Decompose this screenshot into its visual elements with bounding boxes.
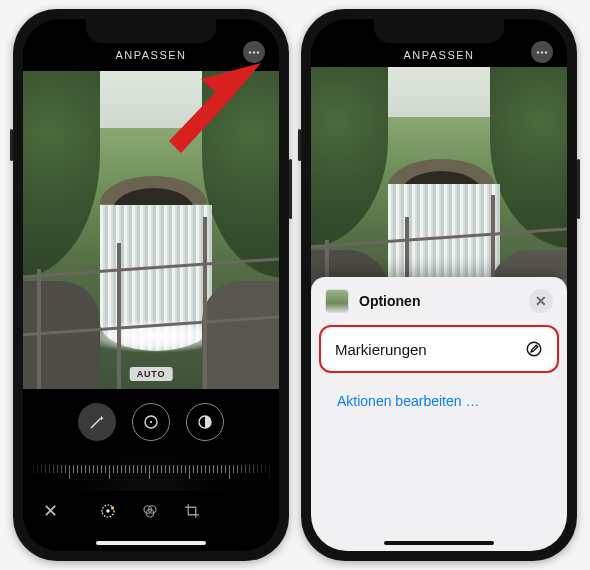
svg-point-14 (537, 51, 539, 53)
svg-point-17 (527, 342, 541, 356)
ellipsis-icon (536, 51, 548, 54)
notch (86, 19, 216, 43)
edit-actions-link[interactable]: Aktionen bearbeiten … (325, 383, 553, 419)
sheet-title: Optionen (359, 293, 519, 309)
ellipsis-icon (248, 51, 260, 54)
screen-right: ANPASSEN Optionen (311, 19, 567, 551)
magic-wand-button[interactable] (78, 403, 116, 441)
crop-icon (183, 502, 201, 520)
header-title: ANPASSEN (403, 49, 474, 61)
home-indicator[interactable] (96, 541, 206, 545)
sheet-header: Optionen ✕ (325, 289, 553, 313)
brilliance-icon (196, 413, 214, 431)
close-sheet-button[interactable]: ✕ (529, 289, 553, 313)
header-title: ANPASSEN (115, 49, 186, 61)
more-button[interactable] (243, 41, 265, 63)
filters-icon (141, 502, 159, 520)
crop-tab[interactable] (182, 501, 202, 521)
notch (374, 19, 504, 43)
home-indicator[interactable] (384, 541, 494, 545)
svg-point-1 (253, 51, 255, 53)
adjust-tab[interactable] (98, 501, 118, 521)
markup-action[interactable]: Markierungen (321, 327, 557, 371)
screen-left: ANPASSEN AUTO (23, 19, 279, 551)
markup-pen-icon (525, 340, 543, 358)
svg-point-2 (257, 51, 259, 53)
exposure-icon (142, 413, 160, 431)
svg-point-15 (541, 51, 543, 53)
svg-point-8 (110, 506, 113, 509)
bottom-toolbar: ✕ (23, 491, 279, 531)
markup-label: Markierungen (335, 341, 427, 358)
photo-thumbnail (325, 289, 349, 313)
svg-point-7 (106, 509, 109, 512)
magic-wand-icon (88, 413, 106, 431)
adjust-dial-icon (99, 502, 117, 520)
options-sheet: Optionen ✕ Markierungen Aktionen bearbei… (311, 277, 567, 551)
exposure-dial-button[interactable] (132, 403, 170, 441)
svg-point-0 (249, 51, 251, 53)
filters-tab[interactable] (140, 501, 160, 521)
more-button[interactable] (531, 41, 553, 63)
cancel-button[interactable]: ✕ (43, 502, 58, 520)
phone-left: ANPASSEN AUTO (13, 9, 289, 561)
adjustment-dial[interactable] (23, 455, 279, 491)
phone-right: ANPASSEN Optionen (301, 9, 577, 561)
brilliance-button[interactable] (186, 403, 224, 441)
tool-row (23, 389, 279, 455)
auto-badge[interactable]: AUTO (130, 367, 173, 381)
photo-preview: AUTO (23, 71, 279, 389)
svg-point-16 (545, 51, 547, 53)
svg-point-4 (150, 421, 152, 423)
